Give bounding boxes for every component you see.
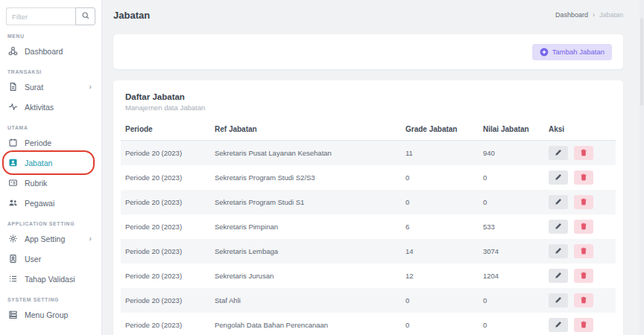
sidebar-item-pegawai[interactable]: Pegawai (0, 193, 101, 213)
chevron-right-icon: › (89, 83, 92, 91)
dashboard-icon (7, 46, 18, 57)
cell-aksi (544, 313, 616, 335)
trash-icon (580, 272, 587, 279)
sidebar-item-app-setting[interactable]: App Setting › (0, 229, 101, 249)
table-row: Periode 20 (2023) Sekretaris Pusat Layan… (121, 141, 616, 165)
delete-button[interactable] (574, 293, 593, 307)
sidebar-item-label: App Setting (25, 234, 65, 243)
cell-periode: Periode 20 (2023) (121, 214, 210, 239)
jabatan-table-body: Periode 20 (2023) Sekretaris Pusat Layan… (121, 141, 616, 335)
sidebar-item-label: Jabatan (25, 159, 52, 168)
cell-periode: Periode 20 (2023) (121, 141, 210, 165)
cell-ref-jabatan: Sekretaris Pimpinan (210, 214, 401, 239)
pencil-icon (555, 321, 562, 328)
section-label-utama: UTAMA (7, 125, 101, 130)
file-icon (7, 82, 18, 92)
column-header-ref-jabatan: Ref Jabatan (210, 119, 401, 141)
filter-search-button[interactable] (75, 7, 95, 25)
table-row: Periode 20 (2023) Pengolah Data Bahan Pe… (121, 313, 616, 335)
sidebar-item-label: Menu Group (25, 310, 68, 319)
sidebar-filter (6, 7, 95, 25)
cell-nilai-jabatan: 0 (479, 288, 544, 313)
cell-nilai-jabatan: 1204 (479, 264, 544, 288)
edit-button[interactable] (549, 293, 568, 307)
cell-ref-jabatan: Pengolah Data Bahan Perencanaan (210, 313, 401, 335)
cell-nilai-jabatan: 0 (479, 165, 544, 190)
toolbar-card: Tambah Jabatan (113, 34, 623, 69)
trash-icon (580, 198, 587, 205)
table-row: Periode 20 (2023) Sekretaris Program Stu… (121, 165, 616, 190)
cell-aksi (544, 288, 616, 313)
breadcrumb: Dashboard › Jabatan (555, 11, 623, 19)
edit-button[interactable] (549, 146, 568, 160)
page-scrollbar-thumb[interactable] (640, 18, 643, 106)
cell-nilai-jabatan: 940 (479, 141, 544, 165)
cell-aksi (544, 141, 616, 165)
delete-button[interactable] (574, 244, 593, 258)
sidebar-item-menu-group[interactable]: Menu Group (0, 304, 101, 325)
sidebar-item-label: Surat (25, 83, 43, 92)
table-header-row: Periode Ref Jabatan Grade Jabatan Nilai … (121, 119, 616, 141)
tambah-jabatan-button-label: Tambah Jabatan (552, 48, 604, 56)
sidebar-item-dashboard[interactable]: Dashboard (0, 41, 101, 61)
pencil-icon (555, 173, 562, 181)
plus-circle-icon (540, 48, 549, 57)
sidebar-item-label: Rubrik (25, 179, 47, 188)
breadcrumb-dashboard-link[interactable]: Dashboard (555, 11, 588, 19)
sidebar-item-label: Pegawai (25, 199, 54, 208)
sidebar-item-label: Periode (25, 138, 51, 147)
cell-grade-jabatan: 11 (401, 141, 479, 165)
cell-grade-jabatan: 12 (401, 264, 479, 288)
sidebar-item-label: User (25, 255, 41, 264)
pencil-icon (555, 223, 562, 230)
edit-button[interactable] (549, 269, 568, 283)
edit-button[interactable] (549, 244, 568, 258)
calendar-icon (7, 138, 18, 148)
delete-button[interactable] (574, 318, 593, 332)
delete-button[interactable] (574, 220, 593, 234)
edit-button[interactable] (549, 170, 568, 185)
cell-ref-jabatan: Sekretaris Program Studi S1 (210, 190, 401, 214)
sidebar-item-jabatan[interactable]: Jabatan (0, 153, 101, 173)
delete-button[interactable] (574, 195, 593, 209)
trash-icon (580, 321, 587, 328)
list-icon (7, 274, 18, 284)
sidebar-item-rubrik[interactable]: Rubrik (0, 173, 101, 193)
table-row: Periode 20 (2023) Sekretaris Pimpinan 6 … (121, 214, 616, 239)
sidebar-item-user[interactable]: User (0, 249, 101, 269)
delete-button[interactable] (574, 170, 593, 185)
cell-grade-jabatan: 0 (401, 313, 479, 335)
cell-ref-jabatan: Sekretaris Program Studi S2/S3 (210, 165, 401, 190)
cell-grade-jabatan: 0 (401, 190, 479, 214)
delete-button[interactable] (574, 269, 593, 283)
gear-icon (7, 234, 18, 244)
cell-periode: Periode 20 (2023) (121, 288, 210, 313)
sidebar-item-label: Tahap Validasi (25, 275, 75, 284)
cell-grade-jabatan: 0 (401, 165, 479, 190)
edit-button[interactable] (549, 318, 568, 332)
jabatan-list-card: Daftar Jabatan Manajemen data Jabatan Pe… (113, 80, 623, 335)
page-scrollbar[interactable] (640, 0, 644, 335)
cell-aksi (544, 190, 616, 214)
tambah-jabatan-button[interactable]: Tambah Jabatan (532, 44, 612, 60)
section-label-menu: MENU (7, 34, 101, 39)
sidebar-item-aktivitas[interactable]: Aktivitas (0, 97, 101, 117)
pencil-icon (555, 198, 562, 205)
table-row: Periode 20 (2023) Staf Ahli 0 0 (121, 288, 616, 313)
user-badge-icon (7, 254, 18, 264)
users-icon (7, 198, 18, 208)
filter-input[interactable] (6, 7, 75, 25)
delete-button[interactable] (574, 146, 593, 160)
trash-icon (580, 149, 587, 156)
sidebar-item-tahap-validasi[interactable]: Tahap Validasi (0, 269, 101, 289)
edit-button[interactable] (549, 195, 568, 209)
jabatan-table: Periode Ref Jabatan Grade Jabatan Nilai … (121, 119, 616, 335)
edit-button[interactable] (549, 220, 568, 234)
sidebar-item-periode[interactable]: Periode (0, 133, 101, 153)
breadcrumb-separator-icon: › (593, 11, 595, 19)
pencil-icon (555, 247, 562, 255)
activity-icon (7, 102, 18, 112)
pencil-icon (555, 272, 562, 279)
table-row: Periode 20 (2023) Sekretaris Jurusan 12 … (121, 264, 616, 288)
sidebar-item-surat[interactable]: Surat › (0, 77, 101, 97)
